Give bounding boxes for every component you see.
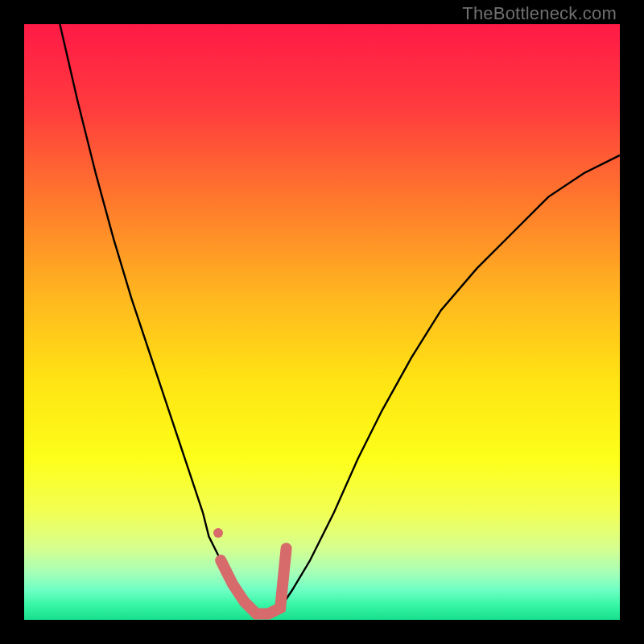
marker-dot <box>213 528 223 538</box>
watermark-text: TheBottleneck.com <box>462 3 617 24</box>
chart-frame <box>24 24 620 620</box>
chart-overlay <box>24 24 620 620</box>
optimal-range-marker <box>221 548 286 613</box>
bottleneck-curve <box>60 24 620 614</box>
